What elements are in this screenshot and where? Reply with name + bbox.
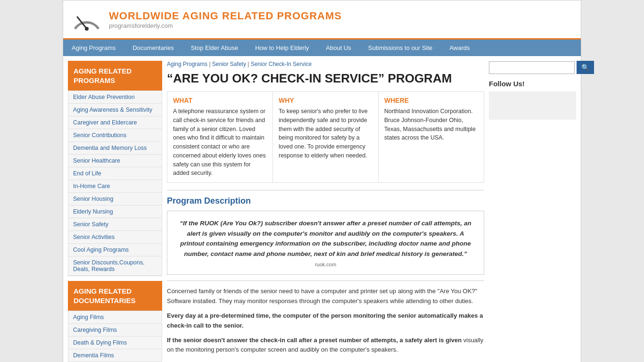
info-col-where: WHERE Northland Innovation Corporation. … — [379, 92, 484, 182]
para-1: Concerned family or friends of the senio… — [167, 287, 484, 306]
site-title: WORLDWIDE AGING RELATED PROGRAMS — [109, 10, 342, 22]
site-subtitle: programsforelderly.com — [109, 22, 342, 29]
sidebar-item-senior-contributions[interactable]: Senior Contributions — [68, 129, 162, 142]
sidebar-item-aging-films[interactable]: Aging Films — [68, 311, 162, 324]
main-content: Aging Programs | Senior Safety | Senior … — [162, 61, 489, 362]
programs-section-header: AGING RELATED PROGRAMS — [68, 61, 162, 90]
info-col-what: WHAT A telephone reassurance system or c… — [167, 92, 273, 182]
search-box: 🔍 — [489, 61, 576, 74]
docs-links: Aging Films Caregiving Films Death & Dyi… — [68, 311, 162, 362]
info-what-heading: WHAT — [173, 97, 267, 104]
blockquote-text: “If the RUOK (Are You Ok?) subscriber do… — [177, 218, 474, 259]
breadcrumb-aging-programs[interactable]: Aging Programs — [167, 61, 207, 67]
sidebar-item-death-dying-films[interactable]: Death & Dying Films — [68, 337, 162, 349]
main-nav: Aging Programs Documentaries Stop Elder … — [63, 40, 581, 56]
search-input[interactable] — [489, 61, 575, 74]
sidebar-item-senior-housing[interactable]: Senior Housing — [68, 193, 162, 206]
nav-submissions[interactable]: Submissions to our Site — [360, 40, 441, 56]
nav-stop-elder-abuse[interactable]: Stop Elder Abuse — [182, 40, 247, 56]
para-3: If the senior doesn't answer the check-i… — [167, 336, 484, 355]
info-col-why: WHY To keep senior's who prefer to live … — [273, 92, 379, 182]
right-sidebar: 🔍 Follow Us! — [489, 61, 576, 362]
sidebar-item-senior-healthcare[interactable]: Senior Healthcare — [68, 155, 162, 167]
content-area: AGING RELATED PROGRAMS Elder Abuse Preve… — [63, 56, 581, 362]
sidebar-item-senior-activities[interactable]: Senior Activities — [68, 231, 162, 244]
logo-text: WORLDWIDE AGING RELATED PROGRAMS program… — [109, 10, 342, 29]
info-why-heading: WHY — [279, 97, 372, 104]
left-sidebar: AGING RELATED PROGRAMS Elder Abuse Preve… — [68, 61, 162, 362]
sidebar-item-senior-safety[interactable]: Senior Safety — [68, 218, 162, 231]
nav-documentaries[interactable]: Documentaries — [124, 40, 182, 56]
sidebar-item-dementia-films[interactable]: Dementia Films — [68, 349, 162, 362]
nav-awards[interactable]: Awards — [441, 40, 478, 56]
programs-links: Elder Abuse Prevention Aging Awareness &… — [68, 90, 162, 276]
nav-how-to-help[interactable]: How to Help Elderly — [247, 40, 317, 56]
sidebar-item-elder-abuse-prevention[interactable]: Elder Abuse Prevention — [68, 91, 162, 104]
info-where-text: Northland Innovation Corporation. Bruce … — [384, 107, 478, 142]
para-4: A printout containing emergency informat… — [167, 360, 484, 362]
nav-aging-programs[interactable]: Aging Programs — [63, 40, 124, 56]
info-what-text: A telephone reassurance system or call c… — [173, 107, 267, 178]
blockquote-source: ruok.com — [177, 262, 474, 267]
sidebar-item-dementia[interactable]: Dementia and Memory Loss — [68, 142, 162, 155]
info-where-heading: WHERE — [384, 97, 478, 104]
search-icon: 🔍 — [581, 64, 589, 71]
divider-2 — [167, 280, 484, 281]
sidebar-item-caregiver[interactable]: Caregiver and Eldercare — [68, 116, 162, 129]
search-button[interactable]: 🔍 — [577, 61, 594, 74]
follow-us-label: Follow Us! — [489, 80, 576, 88]
breadcrumb-checkin-service[interactable]: Senior Check-In Service — [251, 61, 312, 67]
info-table: WHAT A telephone reassurance system or c… — [167, 91, 484, 183]
para-2-strong: Every day at a pre-determined time, the … — [167, 312, 483, 329]
sidebar-item-caregiving-films[interactable]: Caregiving Films — [68, 324, 162, 337]
logo-icon — [70, 5, 103, 33]
site-header: WORLDWIDE AGING RELATED PROGRAMS program… — [63, 0, 581, 40]
divider-1 — [167, 190, 484, 190]
sidebar-item-end-of-life[interactable]: End of Life — [68, 167, 162, 180]
breadcrumb: Aging Programs | Senior Safety | Senior … — [167, 61, 484, 67]
sidebar-item-elderly-nursing[interactable]: Elderly Nursing — [68, 206, 162, 218]
section-title: Program Description — [167, 196, 484, 206]
para-3-alert: If the senior doesn't answer the check-i… — [167, 337, 462, 344]
para-2: Every day at a pre-determined time, the … — [167, 311, 484, 331]
svg-point-1 — [85, 27, 89, 31]
docs-section-header: AGING RELATED DOCUMENTARIES — [68, 281, 162, 311]
logo-area: WORLDWIDE AGING RELATED PROGRAMS program… — [70, 5, 342, 33]
breadcrumb-senior-safety[interactable]: Senior Safety — [212, 61, 246, 67]
nav-about-us[interactable]: About Us — [317, 40, 359, 56]
sidebar-item-in-home-care[interactable]: In-Home Care — [68, 180, 162, 193]
sidebar-item-aging-awareness[interactable]: Aging Awareness & Sensitivity — [68, 104, 162, 116]
sidebar-item-senior-discounts[interactable]: Senior Discounts,Coupons, Deals, Rewards — [68, 256, 162, 276]
info-why-text: To keep senior's who prefer to live inde… — [279, 107, 372, 160]
sidebar-item-cool-aging[interactable]: Cool Aging Programs — [68, 244, 162, 256]
blockquote-box: “If the RUOK (Are You Ok?) subscriber do… — [167, 211, 484, 275]
page-title: “ARE YOU OK? CHECK-IN SERVICE” PROGRAM — [167, 71, 484, 86]
social-area — [489, 91, 576, 120]
